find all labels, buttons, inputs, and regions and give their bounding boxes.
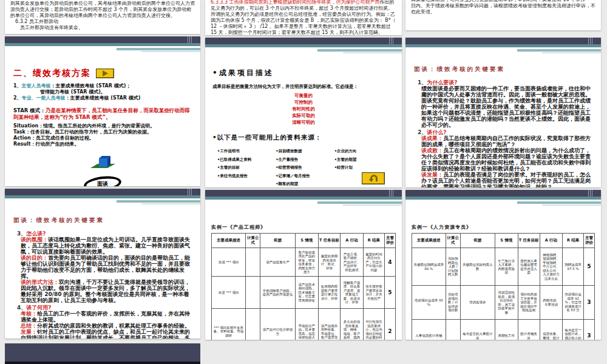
cell: 每月提交的人事统计表 — [460, 320, 495, 340]
cell: 多元化的信息收集反馈：网络、现场、客户反映、国内外相关资讯 — [341, 309, 364, 340]
play-icon[interactable] — [96, 69, 114, 78]
table-title: 实例一《人力资源专员》 — [412, 224, 595, 231]
page-4-appraisal-plan: 二、绩效考核方案 1、主管人员考核：主要成果绩效考核 (STAR 模式)； 管理… — [5, 36, 200, 186]
template-step-band — [517, 49, 601, 52]
cell: 实际招聘岗位人数 / 计划招聘人数 — [446, 248, 460, 286]
slide-template-header — [405, 190, 601, 206]
template-stripes-decoration — [388, 38, 395, 44]
question-text: 谈了何用? — [26, 305, 51, 311]
template-teal-bar — [405, 197, 601, 200]
template-step-band — [117, 200, 200, 203]
interview-label: 面谈 — [97, 180, 108, 187]
slide-template-header — [5, 189, 200, 204]
template-step-band — [317, 49, 402, 52]
page-title: 二、绩效考核方案 — [13, 68, 91, 79]
topic-text: 给员工的工作一个客观的评价，发挥所长，克服其短，并在其待遇奖金上体现。 — [21, 311, 190, 323]
cell: 周期性工作 — [495, 320, 518, 340]
cell: 培训反馈表 — [460, 286, 495, 320]
labeled-paragraph: 谈的氛围：谈话氛围如果一旦定位成为上司训话。几乎直接导致面谈失败，员工态度马上转… — [13, 237, 192, 255]
cell: 客户急切需求此产品的研发，研发任务紧张，内部支持力度大 — [295, 248, 318, 277]
criteria-item: 有时间性的 — [212, 106, 395, 112]
cell: 规定的时间内交付生产，但是生产出现小的问题 — [363, 248, 384, 277]
table-row: 完成 *** 项目 该产品批量生产 客户急切需求此产品的研发，研发任务紧张，内部… — [212, 248, 396, 277]
table-row: 培训项目达成率 95 % 实际培训项目数 / 计划培训项目数 培训反馈表 培训适… — [412, 286, 595, 320]
template-stripes-decoration — [587, 38, 594, 44]
question-heading: 4、谈了何用? — [13, 305, 192, 311]
column-header: 主要成果描述 — [412, 234, 446, 248]
u-turn-arrow-icon[interactable] — [362, 172, 385, 184]
rating-cell: 3 — [583, 286, 594, 320]
question-number: 3、 — [17, 231, 26, 237]
source-item: •目前绩效数据 — [276, 147, 334, 156]
template-navy-bar — [405, 190, 601, 197]
column-header: S 情境 — [495, 234, 518, 248]
labeled-paragraph: 发展：针对员工的工作中表现的优点、缺点，和员工一起讨论其未来的自我培训计划和发展… — [13, 329, 192, 339]
rating-cell: 4 — [384, 248, 395, 277]
source-item: •生产量报告 — [276, 156, 334, 164]
page-3-appeal-rule: 其奖金结算出后，可向企业人力资源部提出申诉；申诉时间：奖金发出 10 个工作 日… — [405, 0, 601, 30]
page-10-partial — [5, 343, 200, 364]
source-item: •顾客的期望 — [276, 180, 334, 187]
cell: 完成 *** 项目 — [212, 248, 246, 277]
topic-label: 考核： — [21, 311, 37, 317]
template-stripes-decoration — [388, 190, 395, 197]
item-link[interactable]: 主管人员考核 — [22, 83, 51, 89]
template-navy-bar — [5, 343, 200, 362]
table-header-row: 主要成果描述 计算公式 依据 S 情境 T 任务目标 A 行动 R 结果 主管评… — [412, 234, 595, 248]
cell: 统计准确无误 — [518, 320, 540, 340]
column-header: 计算公式 — [246, 234, 260, 248]
template-step-band — [517, 201, 601, 204]
template-stripes-decoration — [186, 189, 193, 195]
question-number: 2、 — [418, 129, 427, 135]
item-number: 1、 — [13, 83, 22, 89]
template-teal-bar — [205, 197, 402, 200]
cell: 实际培训项目数 / 计划培训项目数 — [446, 286, 460, 320]
definition-line: Action：员工完成任务目标的过程。 — [13, 135, 192, 141]
source-item: •来往书信及报告 — [217, 172, 276, 181]
rule-body: 作出的见义勇为行为的，可以在 3 个月以内不扣年终奖，超过 3 个月按超过时间进… — [211, 0, 396, 35]
star-table-engineer: 主要成果描述 计算公式 依据 S 情境 T 任务目标 A 行动 R 结果 主管评… — [211, 233, 396, 340]
source-item: •经营营销报告 — [276, 164, 334, 172]
star-letter-definitions: Situation：情境。指员工所处的内外环境，是行为的背景说明。 Task：任… — [13, 123, 192, 147]
item-link[interactable]: 专业、一般人员考核 — [22, 95, 66, 101]
source-item: •已取得成果之资料 — [217, 156, 276, 164]
page-1-bonus-transfer: 则其奖金发放单位为异动后的单位公司，其考核结果由异动前后的两个单位公司人力资源负… — [5, 0, 200, 34]
rule-number-lead: 6.3.3.3 工伤休假期间原则上要根据缺勤时间扣除年终奖，但为保护公司财产而 — [211, 0, 380, 5]
meaning: 情境。指员工所处的内外环境，是行为的背景说明。 — [43, 123, 155, 129]
template-navy-bar — [405, 38, 601, 44]
page-2-text: 6.3.3.3 工伤休假期间原则上要根据缺勤时间扣除年终奖，但为保护公司财产而作… — [205, 0, 402, 35]
cell: 该产品可行性分析报告 — [260, 309, 296, 340]
paragraph: 员工外部异动没有年终奖金。 — [10, 25, 195, 31]
question-heading: 1、为什么要谈? — [414, 79, 592, 86]
column-header: A 行动 — [540, 234, 563, 248]
topic-label: 谈发展： — [421, 172, 443, 178]
cell: 培训适切性较差，新项目启动在即，员工该技能掌握不够 — [495, 286, 518, 320]
table-title: 实例一《产品工程师》 — [211, 224, 396, 231]
topic-label: 发展： — [21, 329, 37, 335]
item-text: ：主要成果绩效考核 (STAR 模式)； — [51, 83, 131, 89]
cell — [246, 309, 260, 340]
paragraph: 面谈究竟有何好处？鼓励员工参与，作为绩效考核，是对员工工作成绩的一种评价，并且将… — [414, 98, 592, 128]
page-2-injury-leave-rule: 6.3.3.3 工伤休假期间原则上要根据缺勤时间扣除年终奖，但为保护公司财产而作… — [205, 0, 402, 35]
cube-3d-icon — [13, 155, 192, 173]
criteria-item: 清晰可明的 — [212, 119, 395, 126]
slide-template-header — [205, 190, 402, 206]
sources-subtitle: •以下是一些可能用上的资料来源： — [212, 133, 395, 142]
column-header: T 任务目标 — [318, 234, 340, 248]
rating-cell: 2 — [384, 309, 395, 340]
column-header: A 行动 — [341, 234, 364, 248]
slide-grid-viewer: { "colors": { "background": "#eaeaea", "… — [0, 0, 607, 364]
question-number: 1、 — [418, 79, 427, 86]
template-navy-bar — [205, 190, 402, 197]
page-7-body: 面谈：绩效考核的关键要素 3、怎么谈? 谈的氛围：谈话氛围如果一旦定位成为上司训… — [5, 204, 200, 339]
cell: 招聘达成率 87.5 % — [563, 248, 584, 286]
table-row: 关键岗位招聘达成率 80 % 实际招聘岗位人数 / 计划招聘人数 关键岗位实际到… — [412, 248, 595, 286]
source-item: •主管的目标 — [217, 164, 276, 172]
column-header: 主管评价 — [384, 234, 395, 248]
interview-ellipse-stamp[interactable]: 面谈 — [83, 174, 122, 186]
page-title: 面谈：绩效考核的关键要素 — [13, 217, 192, 224]
cell: 该产品相关资料收集、市场定位、客户需求等 — [318, 309, 340, 340]
source-column-2: •目前绩效数据 •生产量报告 •经营营销报告 •记事簿／每月报告 •顾客的期望 — [276, 147, 334, 187]
rating-cell: 5 — [384, 277, 395, 309]
cell: 关键岗位招聘达成率 80 % — [412, 248, 446, 286]
